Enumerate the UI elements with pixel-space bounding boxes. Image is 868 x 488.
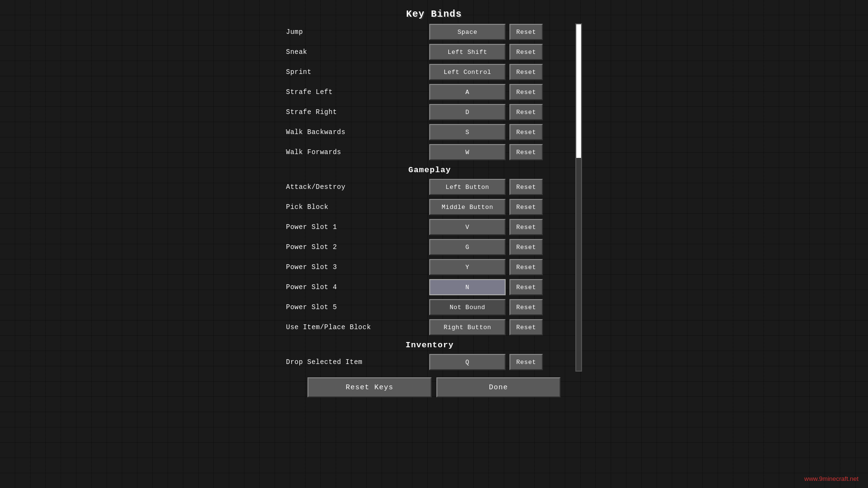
bind-drop-item-label: Drop Selected Item xyxy=(286,358,429,366)
bind-pick-block-label: Pick Block xyxy=(286,203,429,211)
bind-strafe-left: Strafe Left A Reset xyxy=(286,83,573,101)
done-button[interactable]: Done xyxy=(436,377,561,397)
bind-power-slot-5-label: Power Slot 5 xyxy=(286,303,429,311)
bind-sneak-key[interactable]: Left Shift xyxy=(429,44,506,60)
bind-strafe-right: Strafe Right D Reset xyxy=(286,104,573,121)
bind-power-slot-4-reset[interactable]: Reset xyxy=(509,279,543,295)
bind-walk-backwards-label: Walk Backwards xyxy=(286,128,429,136)
section-header-inventory: Inventory xyxy=(286,341,573,350)
bind-power-slot-5-key[interactable]: Not Bound xyxy=(429,299,506,315)
bind-power-slot-2-key[interactable]: G xyxy=(429,239,506,255)
bind-walk-backwards-key[interactable]: S xyxy=(429,124,506,140)
bind-power-slot-1-label: Power Slot 1 xyxy=(286,223,429,231)
bind-strafe-left-reset[interactable]: Reset xyxy=(509,84,543,100)
bind-walk-forwards-reset[interactable]: Reset xyxy=(509,144,543,160)
bind-power-slot-3: Power Slot 3 Y Reset xyxy=(286,259,573,276)
bind-power-slot-1-key[interactable]: V xyxy=(429,219,506,235)
bind-power-slot-3-key[interactable]: Y xyxy=(429,259,506,275)
bind-sprint: Sprint Left Control Reset xyxy=(286,63,573,81)
bind-attack-label: Attack/Destroy xyxy=(286,183,429,191)
section-gameplay: Attack/Destroy Left Button Reset Pick Bl… xyxy=(286,178,573,336)
bind-power-slot-4-key[interactable]: N xyxy=(429,279,506,295)
bind-jump-label: Jump xyxy=(286,28,429,36)
bind-drop-item-reset[interactable]: Reset xyxy=(509,354,543,370)
bind-power-slot-2: Power Slot 2 G Reset xyxy=(286,239,573,256)
bind-drop-item: Drop Selected Item Q Reset xyxy=(286,353,573,371)
page-title: Key Binds xyxy=(406,9,462,20)
bind-power-slot-1: Power Slot 1 V Reset xyxy=(286,218,573,236)
scrollbar-track[interactable] xyxy=(575,23,582,372)
bind-attack: Attack/Destroy Left Button Reset xyxy=(286,178,573,196)
bind-sprint-reset[interactable]: Reset xyxy=(509,64,543,80)
bind-power-slot-3-label: Power Slot 3 xyxy=(286,263,429,271)
bind-use-item-label: Use Item/Place Block xyxy=(286,323,429,331)
bind-attack-reset[interactable]: Reset xyxy=(509,179,543,195)
scrollbar-thumb[interactable] xyxy=(576,24,581,158)
bind-use-item-reset[interactable]: Reset xyxy=(509,319,543,335)
bind-strafe-right-key[interactable]: D xyxy=(429,104,506,120)
bind-power-slot-2-label: Power Slot 2 xyxy=(286,243,429,251)
bind-power-slot-4-label: Power Slot 4 xyxy=(286,283,429,291)
bind-sprint-label: Sprint xyxy=(286,68,429,76)
bind-sprint-key[interactable]: Left Control xyxy=(429,64,506,80)
bind-drop-item-key[interactable]: Q xyxy=(429,354,506,370)
section-movement: Jump Space Reset Sneak Left Shift Reset … xyxy=(286,23,573,161)
bind-pick-block-reset[interactable]: Reset xyxy=(509,199,543,215)
bind-walk-forwards-key[interactable]: W xyxy=(429,144,506,160)
bind-jump: Jump Space Reset xyxy=(286,23,573,41)
bind-strafe-right-reset[interactable]: Reset xyxy=(509,104,543,120)
bind-power-slot-5: Power Slot 5 Not Bound Reset xyxy=(286,299,573,316)
bind-walk-backwards: Walk Backwards S Reset xyxy=(286,124,573,141)
bind-use-item-key[interactable]: Right Button xyxy=(429,319,506,335)
bind-jump-key[interactable]: Space xyxy=(429,24,506,40)
bind-attack-key[interactable]: Left Button xyxy=(429,179,506,195)
section-inventory: Drop Selected Item Q Reset Hotbar Slot 1… xyxy=(286,353,573,372)
bind-strafe-right-label: Strafe Right xyxy=(286,108,429,116)
bind-use-item: Use Item/Place Block Right Button Reset xyxy=(286,319,573,336)
bind-walk-forwards-label: Walk Forwards xyxy=(286,148,429,156)
bind-power-slot-4: Power Slot 4 N Reset xyxy=(286,279,573,296)
bind-power-slot-2-reset[interactable]: Reset xyxy=(509,239,543,255)
bind-power-slot-5-reset[interactable]: Reset xyxy=(509,299,543,315)
bind-jump-reset[interactable]: Reset xyxy=(509,24,543,40)
bind-strafe-left-key[interactable]: A xyxy=(429,84,506,100)
bind-power-slot-3-reset[interactable]: Reset xyxy=(509,259,543,275)
bind-strafe-left-label: Strafe Left xyxy=(286,88,429,96)
bottom-bar: Reset Keys Done xyxy=(307,377,561,397)
bind-pick-block-key[interactable]: Middle Button xyxy=(429,199,506,215)
bind-walk-backwards-reset[interactable]: Reset xyxy=(509,124,543,140)
bind-sneak-label: Sneak xyxy=(286,48,429,56)
scroll-container: Jump Space Reset Sneak Left Shift Reset … xyxy=(286,23,582,372)
section-header-gameplay: Gameplay xyxy=(286,166,573,175)
content-area: Jump Space Reset Sneak Left Shift Reset … xyxy=(286,23,575,372)
bind-power-slot-1-reset[interactable]: Reset xyxy=(509,219,543,235)
bind-pick-block: Pick Block Middle Button Reset xyxy=(286,198,573,216)
bind-sneak-reset[interactable]: Reset xyxy=(509,44,543,60)
bind-sneak: Sneak Left Shift Reset xyxy=(286,43,573,61)
bind-walk-forwards: Walk Forwards W Reset xyxy=(286,144,573,161)
watermark: www.9minecraft.net xyxy=(804,475,858,482)
reset-keys-button[interactable]: Reset Keys xyxy=(307,377,432,397)
